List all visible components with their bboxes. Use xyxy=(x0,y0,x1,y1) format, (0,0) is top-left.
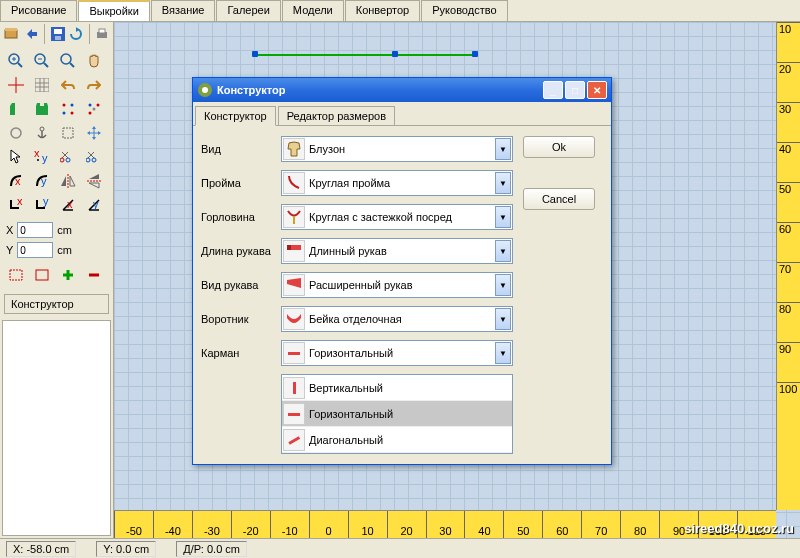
combo-dlina-rukava[interactable]: Длинный рукав ▼ xyxy=(281,238,513,264)
field-label-dlina-rukava: Длина рукава xyxy=(201,245,281,257)
cancel-button[interactable]: Cancel xyxy=(523,188,595,210)
left-toolbox: xy x y x y x y X cm Y cm xyxy=(0,22,114,538)
zoom-fit-icon[interactable] xyxy=(56,50,80,72)
svg-point-25 xyxy=(63,112,66,115)
tab-models[interactable]: Модели xyxy=(282,0,344,21)
tab-patterns[interactable]: Выкройки xyxy=(78,0,149,21)
dropdown-arrow-icon[interactable]: ▼ xyxy=(495,172,511,194)
curve-1-icon[interactable]: x xyxy=(4,170,28,192)
separator xyxy=(44,24,45,44)
vest-front-icon[interactable] xyxy=(4,98,28,120)
svg-text:y: y xyxy=(93,198,99,210)
collar-icon xyxy=(283,308,305,330)
crosshair-icon[interactable] xyxy=(4,74,28,96)
ok-button[interactable]: Ok xyxy=(523,136,595,158)
dropdown-arrow-icon[interactable]: ▼ xyxy=(495,308,511,330)
dropdown-arrow-icon[interactable]: ▼ xyxy=(495,206,511,228)
maximize-button[interactable]: □ xyxy=(565,81,585,99)
arrow-icon[interactable] xyxy=(26,24,38,44)
redo-icon[interactable] xyxy=(82,74,106,96)
combo-vorotnik[interactable]: Бейка отделочная ▼ xyxy=(281,306,513,332)
minimize-button[interactable]: _ xyxy=(543,81,563,99)
points-1-icon[interactable] xyxy=(56,98,80,120)
zoom-in-icon[interactable] xyxy=(4,50,28,72)
corner-y-icon[interactable]: y xyxy=(30,194,54,216)
tab-drawing[interactable]: Рисование xyxy=(0,0,77,21)
curve-2-icon[interactable]: y xyxy=(30,170,54,192)
svg-point-28 xyxy=(97,104,100,107)
dropdown-arrow-icon[interactable]: ▼ xyxy=(495,342,511,364)
mirror-v-icon[interactable] xyxy=(82,170,106,192)
marquee-dashed-icon[interactable] xyxy=(4,264,28,286)
x-input[interactable] xyxy=(17,222,53,238)
dropdown-arrow-icon[interactable]: ▼ xyxy=(495,274,511,296)
points-2-icon[interactable] xyxy=(82,98,106,120)
svg-point-24 xyxy=(71,104,74,107)
mirror-h-icon[interactable] xyxy=(56,170,80,192)
grid-icon[interactable] xyxy=(30,74,54,96)
tab-converter[interactable]: Конвертор xyxy=(345,0,420,21)
svg-rect-3 xyxy=(54,29,62,34)
combo-proima[interactable]: Круглая пройма ▼ xyxy=(281,170,513,196)
svg-rect-1 xyxy=(5,28,17,31)
dialog-tab-constructor[interactable]: Конструктор xyxy=(195,106,276,126)
corner-x-icon[interactable]: x xyxy=(4,194,28,216)
zoom-out-icon[interactable] xyxy=(30,50,54,72)
svg-line-8 xyxy=(18,63,22,67)
pattern-node[interactable] xyxy=(392,51,398,57)
pocket-vertical-icon xyxy=(283,377,305,399)
dropdown-option-vertical[interactable]: Вертикальный xyxy=(282,375,512,401)
anchor-icon[interactable] xyxy=(30,122,54,144)
cut-blue-icon[interactable] xyxy=(82,146,106,168)
move-icon[interactable] xyxy=(82,122,106,144)
remove-icon[interactable] xyxy=(82,264,106,286)
combo-vid[interactable]: Блузон ▼ xyxy=(281,136,513,162)
hand-icon[interactable] xyxy=(82,50,106,72)
pointer-icon[interactable] xyxy=(4,146,28,168)
svg-point-27 xyxy=(89,104,92,107)
angle-x-icon[interactable]: x xyxy=(56,194,80,216)
combo-vid-rukava[interactable]: Расширенный рукав ▼ xyxy=(281,272,513,298)
svg-rect-53 xyxy=(36,270,48,280)
dropdown-option-diagonal[interactable]: Диагональный xyxy=(282,427,512,453)
watermark: sireed840.ucoz.ru xyxy=(684,521,794,536)
status-bar: X: -58.0 cm Y: 0.0 cm Д/Р: 0.0 cm xyxy=(0,538,800,558)
combo-karman[interactable]: Горизонтальный ▼ xyxy=(281,340,513,366)
vest-back-icon[interactable] xyxy=(30,98,54,120)
constructor-button[interactable]: Конструктор xyxy=(4,294,109,314)
print-icon[interactable] xyxy=(95,24,109,44)
refresh-icon[interactable] xyxy=(69,24,83,44)
tab-galleries[interactable]: Галереи xyxy=(216,0,280,21)
combo-value: Горизонтальный xyxy=(309,347,495,359)
dialog-tab-size-editor[interactable]: Редактор размеров xyxy=(278,106,395,125)
status-y: Y: 0.0 cm xyxy=(96,541,156,557)
neckline-icon xyxy=(283,206,305,228)
dialog-titlebar[interactable]: Конструктор _ □ ✕ xyxy=(193,78,611,102)
box-icon[interactable] xyxy=(4,24,22,44)
angle-y-icon[interactable]: y xyxy=(82,194,106,216)
svg-text:x: x xyxy=(17,198,23,207)
save-icon[interactable] xyxy=(51,24,65,44)
armhole-icon xyxy=(283,172,305,194)
pattern-node[interactable] xyxy=(472,51,478,57)
dropdown-arrow-icon[interactable]: ▼ xyxy=(495,138,511,160)
tab-manual[interactable]: Руководство xyxy=(421,0,507,21)
pattern-node[interactable] xyxy=(252,51,258,57)
node-xy-icon[interactable]: xy xyxy=(30,146,54,168)
close-button[interactable]: ✕ xyxy=(587,81,607,99)
cut-xy-icon[interactable] xyxy=(56,146,80,168)
tab-knitting[interactable]: Вязание xyxy=(151,0,216,21)
marquee-solid-icon[interactable] xyxy=(30,264,54,286)
pattern-line[interactable] xyxy=(254,54,474,56)
svg-point-42 xyxy=(86,158,90,162)
pocket-horizontal-icon xyxy=(283,403,305,425)
y-input[interactable] xyxy=(17,242,53,258)
undo-icon[interactable] xyxy=(56,74,80,96)
dropdown-arrow-icon[interactable]: ▼ xyxy=(495,240,511,262)
circle-tool-icon[interactable] xyxy=(4,122,28,144)
dropdown-option-horizontal[interactable]: Горизонтальный xyxy=(282,401,512,427)
add-icon[interactable] xyxy=(56,264,80,286)
combo-gorlovina[interactable]: Круглая с застежкой посред ▼ xyxy=(281,204,513,230)
constructor-dialog: Конструктор _ □ ✕ Конструктор Редактор р… xyxy=(192,77,612,465)
selection-icon[interactable] xyxy=(56,122,80,144)
